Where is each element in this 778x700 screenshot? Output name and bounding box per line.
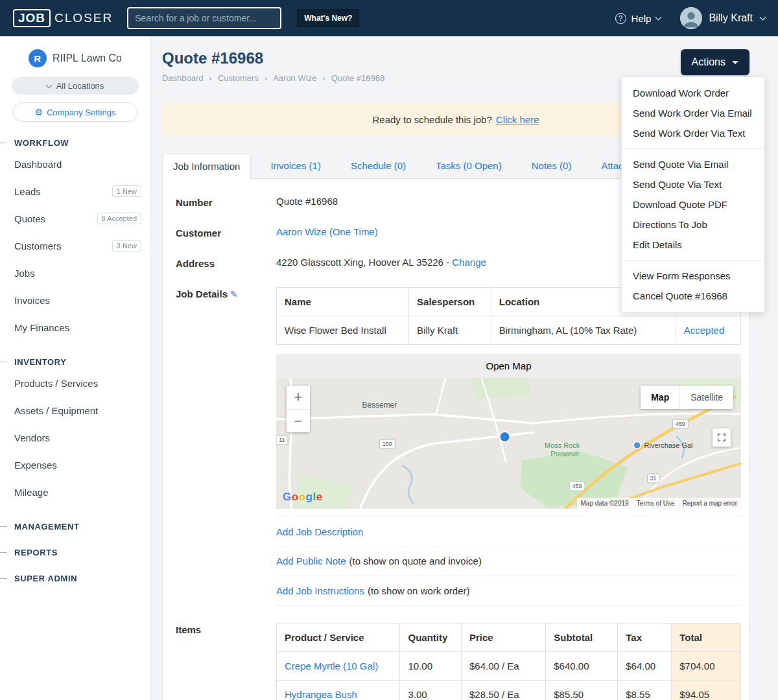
sidebar-item-label: Invoices	[14, 295, 50, 306]
open-map-link[interactable]: Open Map	[486, 360, 531, 371]
address-value: 4220 Glasscott Xing, Hoover AL 35226 -	[276, 257, 449, 268]
quotes-badge: 8 Accepted	[97, 213, 141, 224]
section-dash	[0, 362, 6, 362]
zoom-in-button[interactable]: +	[287, 386, 310, 409]
section-super-admin[interactable]: SUPER ADMIN	[0, 574, 150, 583]
app-logo[interactable]: JOB CLOSER	[13, 9, 113, 27]
menu-divider	[622, 260, 764, 261]
actions-button[interactable]: Actions	[681, 49, 749, 75]
sidebar-item-vendors[interactable]: Vendors	[0, 424, 150, 451]
section-management[interactable]: MANAGEMENT	[0, 522, 150, 531]
route-shield-31: 31	[648, 474, 659, 483]
sidebar-item-label: Assets / Equipment	[14, 405, 98, 416]
logo-closer: CLOSER	[54, 11, 113, 25]
breadcrumb-customer[interactable]: Aaron Wize	[273, 73, 316, 83]
help-menu[interactable]: ? Help	[615, 13, 661, 24]
map-fullscreen-button[interactable]	[713, 428, 731, 447]
col-quantity: Quantity	[400, 624, 462, 652]
sidebar-item-label: Vendors	[14, 432, 50, 443]
sidebar-item-label: My Finances	[14, 322, 69, 333]
main-content: Quote #16968 Dashboard › Customers › Aar…	[150, 36, 778, 700]
alert-click-here-link[interactable]: Click here	[496, 114, 539, 125]
svg-text:11: 11	[279, 437, 285, 443]
report-map-error-link[interactable]: Report a map error	[683, 500, 737, 507]
tab-invoices[interactable]: Invoices (1)	[260, 154, 331, 178]
menu-item-send-work-order-email[interactable]: Send Work Order Via Email	[622, 103, 764, 123]
section-dash	[0, 552, 6, 553]
locations-dropdown[interactable]: All Locations	[12, 77, 139, 95]
terms-of-use-link[interactable]: Terms of Use	[637, 500, 675, 507]
sidebar-item-invoices[interactable]: Invoices	[0, 286, 150, 314]
sidebar-item-jobs[interactable]: Jobs	[0, 259, 150, 286]
company-settings-button[interactable]: ⚙ Company Settings	[13, 102, 137, 122]
tab-job-information[interactable]: Job Information	[162, 154, 251, 179]
items-table: Product / Service Quantity Price Subtota…	[276, 623, 741, 700]
tab-tasks[interactable]: Tasks (0 Open)	[425, 154, 512, 178]
section-title: WORKFLOW	[14, 138, 69, 148]
map-view-button[interactable]: Map	[641, 386, 679, 409]
add-job-description-link[interactable]: Add Job Description	[276, 526, 363, 537]
menu-item-send-work-order-text[interactable]: Send Work Order Via Text	[622, 123, 764, 143]
sidebar-item-label: Jobs	[14, 268, 35, 279]
address-change-link[interactable]: Change	[452, 257, 486, 268]
sidebar-item-assets-equipment[interactable]: Assets / Equipment	[0, 397, 150, 424]
user-avatar[interactable]	[680, 7, 702, 29]
item-product-link[interactable]: Hydrangea Bush	[285, 689, 357, 700]
item-product-link[interactable]: Crepe Myrtle (10 Gal)	[285, 660, 378, 671]
sidebar-item-mileage[interactable]: Mileage	[0, 478, 150, 506]
menu-item-send-quote-email[interactable]: Send Quote Via Email	[622, 154, 764, 174]
customer-label: Customer	[176, 226, 276, 239]
whats-new-button[interactable]: What's New?	[297, 9, 359, 27]
search-input[interactable]	[127, 7, 281, 29]
number-label: Number	[176, 196, 276, 208]
menu-item-send-quote-text[interactable]: Send Quote Via Text	[622, 174, 764, 194]
col-subtotal: Subtotal	[546, 624, 618, 652]
user-name[interactable]: Billy Kraft	[709, 12, 753, 24]
add-job-description-row: Add Job Description	[276, 517, 741, 546]
sidebar-item-my-finances[interactable]: My Finances	[0, 314, 150, 341]
col-salesperson: Salesperson	[409, 288, 491, 316]
job-status[interactable]: Accepted	[676, 316, 740, 345]
company-logo: R	[29, 49, 47, 67]
menu-item-edit-details[interactable]: Edit Details	[622, 235, 764, 255]
items-row: Items Product / Service Quantity Price S…	[176, 623, 741, 700]
section-workflow: WORKFLOW	[0, 138, 150, 148]
route-shield-459-top: 459	[672, 419, 688, 428]
breadcrumb-customers[interactable]: Customers	[218, 73, 259, 83]
col-total: Total	[672, 624, 741, 652]
add-job-instructions-link[interactable]: Add Job Instructions	[276, 585, 364, 596]
item-tax: $8.55	[618, 681, 672, 700]
sidebar-item-leads[interactable]: Leads 1 New	[0, 178, 150, 205]
section-dash	[0, 578, 6, 579]
add-job-instructions-suffix: (to show on work order)	[368, 585, 470, 596]
menu-item-view-form-responses[interactable]: View Form Responses	[622, 266, 764, 286]
menu-item-download-quote-pdf[interactable]: Download Quote PDF	[622, 194, 764, 215]
sidebar-item-quotes[interactable]: Quotes 8 Accepted	[0, 205, 150, 232]
menu-item-cancel-quote[interactable]: Cancel Quote #16968	[622, 286, 764, 306]
menu-item-directions-to-job[interactable]: Directions To Job	[622, 215, 764, 235]
menu-item-download-work-order[interactable]: Download Work Order	[622, 83, 764, 103]
breadcrumb-dashboard[interactable]: Dashboard	[162, 73, 204, 83]
tab-notes[interactable]: Notes (0)	[521, 154, 582, 178]
help-icon: ?	[615, 13, 626, 24]
sidebar-item-dashboard[interactable]: Dashboard	[0, 150, 150, 178]
zoom-out-button[interactable]: −	[287, 409, 310, 432]
add-public-note-link[interactable]: Add Public Note	[276, 555, 346, 566]
job-details-label: Job Details	[176, 288, 228, 299]
customer-link[interactable]: Aaron Wize (One Time)	[276, 226, 378, 237]
tab-schedule[interactable]: Schedule (0)	[340, 154, 416, 178]
col-tax: Tax	[618, 624, 672, 652]
section-reports[interactable]: REPORTS	[0, 548, 150, 557]
sidebar-item-customers[interactable]: Customers 3 New	[0, 232, 150, 259]
map[interactable]: 11 150 459 31	[276, 378, 741, 509]
map-label-moss-rock: Moss Rock	[545, 441, 580, 449]
section-title: MANAGEMENT	[14, 522, 80, 531]
pencil-edit-icon[interactable]: ✎	[230, 289, 238, 299]
sidebar-item-label: Customers	[14, 240, 62, 251]
sidebar-item-products-services[interactable]: Products / Services	[0, 369, 150, 397]
company-settings-label: Company Settings	[47, 108, 115, 117]
sidebar-item-expenses[interactable]: Expenses	[0, 451, 150, 478]
chevron-down-icon[interactable]	[760, 14, 766, 21]
item-quantity: 3.00	[400, 681, 462, 700]
satellite-view-button[interactable]: Satellite	[679, 386, 733, 409]
